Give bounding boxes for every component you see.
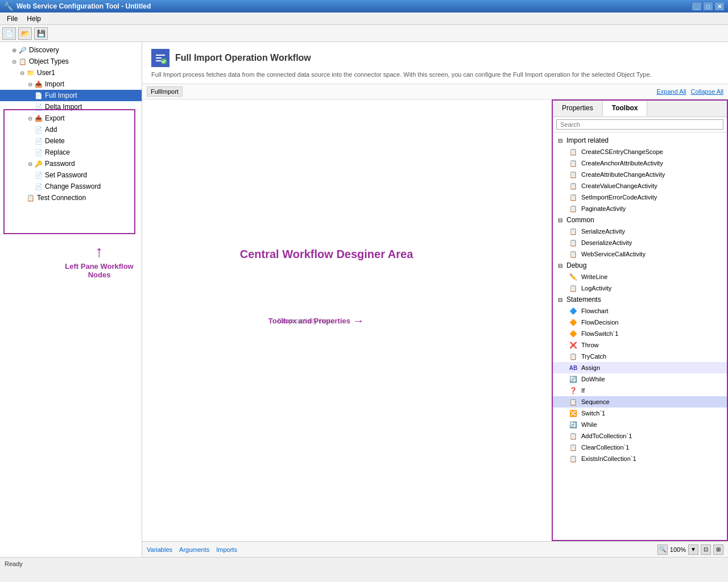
toolbox-item-createattr[interactable]: 📋 CreateAttributeChangeActivity: [553, 169, 727, 180]
menu-file[interactable]: File: [2, 14, 22, 24]
collapse-all[interactable]: Collapse All: [691, 88, 723, 95]
toolbox-item-sequence[interactable]: 📋 Sequence: [553, 396, 727, 408]
workflow-designer: FullImport Expand All Collapse All Centr…: [142, 84, 728, 557]
zoom-search-button[interactable]: 🔍: [657, 544, 668, 555]
app-title: Web Service Configuration Tool - Untitle…: [16, 2, 151, 10]
addcollection-icon: 📋: [569, 431, 578, 440]
zoom-full-button[interactable]: ⊞: [713, 544, 723, 555]
user1-icon: 📁: [26, 68, 35, 77]
switch-label: Switch`1: [581, 410, 605, 417]
group-debug[interactable]: ⊟ Debug: [553, 260, 727, 271]
drop-activity-text: Drop activity here: [277, 316, 334, 325]
toolbox-item-webservice[interactable]: 📋 WebServiceCallActivity: [553, 248, 727, 260]
group-import-related[interactable]: ⊟ Import related: [553, 135, 727, 146]
app-icon: 🔧: [3, 2, 13, 11]
tree-item-delete[interactable]: 📄 Delete: [0, 135, 142, 147]
central-workflow-label: Central Workflow Desginer Area: [240, 248, 413, 261]
tree-item-discovery[interactable]: ⊕ 🔎 Discovery: [0, 44, 142, 56]
tree-item-user1[interactable]: ⊖ 📁 User1: [0, 67, 142, 78]
designer-actions: Expand All Collapse All: [657, 88, 723, 95]
add-label: Add: [45, 126, 57, 134]
toolbox-item-clearcollection[interactable]: 📋 ClearCollection`1: [553, 442, 727, 453]
canvas-area[interactable]: Central Workflow Desginer Area Drop acti…: [142, 99, 552, 541]
toolbox-item-setimport[interactable]: 📋 SetImportErrorCodeActivity: [553, 192, 727, 203]
expander-password[interactable]: ⊖: [26, 160, 34, 168]
expander-export[interactable]: ⊖: [26, 114, 34, 122]
save-button[interactable]: 💾: [34, 27, 48, 40]
search-input[interactable]: [556, 119, 723, 130]
toolbox-item-flowswitch[interactable]: 🔶 FlowSwitch`1: [553, 328, 727, 339]
tree-item-full-import[interactable]: 📄 Full Import: [0, 90, 142, 101]
menu-help[interactable]: Help: [22, 14, 46, 24]
group-common[interactable]: ⊟ Common: [553, 214, 727, 226]
expander-discovery[interactable]: ⊕: [10, 46, 18, 54]
toolbox-item-createvalue[interactable]: 📋 CreateValueChangeActivity: [553, 180, 727, 192]
tree-item-delta-import[interactable]: 📄 Delta Import: [0, 101, 142, 113]
change-password-icon: 📄: [34, 182, 43, 191]
deserialize-icon: 📋: [569, 238, 578, 247]
tab-properties[interactable]: Properties: [553, 101, 603, 117]
tree-item-password[interactable]: ⊖ 🔑 Password: [0, 158, 142, 169]
toolbox-item-deserialize[interactable]: 📋 DeserializeActivity: [553, 237, 727, 248]
tree-item-test-connection[interactable]: 📋 Test Connection: [0, 192, 142, 203]
trycatch-label: TryCatch: [581, 353, 606, 360]
toolbox-item-createcs[interactable]: 📋 CreateCSEntryChangeScope: [553, 146, 727, 157]
toolbox-item-flowdecision[interactable]: 🔶 FlowDecision: [553, 317, 727, 328]
tree-item-replace[interactable]: 📄 Replace: [0, 147, 142, 158]
tree-item-object-types[interactable]: ⊖ 📋 Object Types: [0, 56, 142, 67]
throw-icon: ❌: [569, 340, 578, 350]
expand-all[interactable]: Expand All: [657, 88, 686, 95]
toolbox-item-existscollection[interactable]: 📋 ExistsInCollection`1: [553, 453, 727, 464]
import-icon: 📥: [34, 80, 43, 89]
tab-variables[interactable]: Variables: [147, 546, 172, 553]
tree-item-import[interactable]: ⊖ 📥 Import: [0, 78, 142, 90]
restore-button[interactable]: □: [703, 2, 713, 11]
export-label: Export: [45, 114, 65, 122]
tab-imports[interactable]: Imports: [216, 546, 237, 553]
tab-arguments[interactable]: Arguments: [179, 546, 209, 553]
delta-import-icon: 📄: [34, 102, 43, 111]
toolbox-item-createanchor[interactable]: 📋 CreateAnchorAttributeActivity: [553, 157, 727, 169]
tree-item-set-password[interactable]: 📄 Set Password: [0, 169, 142, 181]
toolbox-arrow-icon: →: [353, 314, 364, 327]
workflow-description: Full Import process fetches data from th…: [151, 70, 719, 79]
toolbox-item-serialize[interactable]: 📋 SerializeActivity: [553, 226, 727, 237]
toolbox-item-throw[interactable]: ❌ Throw: [553, 339, 727, 351]
set-password-label: Set Password: [45, 171, 87, 179]
tree-item-add[interactable]: 📄 Add: [0, 124, 142, 135]
expander-import[interactable]: ⊖: [26, 80, 34, 88]
toolbox-item-switch[interactable]: 🔀 Switch`1: [553, 408, 727, 419]
toolbox-item-paginate[interactable]: 📋 PaginateActivity: [553, 203, 727, 214]
zoom-level: 100%: [670, 546, 686, 553]
logactivity-label: LogActivity: [581, 285, 611, 292]
expander-user1[interactable]: ⊖: [18, 69, 26, 77]
throw-label: Throw: [581, 342, 599, 348]
tab-toolbox[interactable]: Toolbox: [603, 101, 648, 117]
tree-item-change-password[interactable]: 📄 Change Password: [0, 181, 142, 192]
toolbox-item-if[interactable]: ❓ If: [553, 385, 727, 396]
open-button[interactable]: 📂: [18, 27, 32, 40]
object-types-icon: 📋: [18, 57, 27, 66]
panel-search: [553, 117, 727, 132]
toolbox-item-dowhile[interactable]: 🔄 DoWhile: [553, 373, 727, 385]
close-button[interactable]: ✕: [714, 2, 725, 11]
toolbox-item-addcollection[interactable]: 📋 AddToCollection`1: [553, 430, 727, 442]
title-bar-controls[interactable]: _ □ ✕: [692, 2, 725, 11]
toolbox-item-while[interactable]: 🔄 While: [553, 419, 727, 430]
group-statements[interactable]: ⊟ Statements: [553, 294, 727, 305]
dowhile-icon: 🔄: [569, 375, 578, 384]
assign-label: Assign: [581, 364, 600, 371]
toolbox-item-writeline[interactable]: ✏️ WriteLine: [553, 271, 727, 282]
zoom-fit-button[interactable]: ⊡: [701, 544, 711, 555]
breadcrumb-fullimport[interactable]: FullImport: [147, 86, 183, 97]
minimize-button[interactable]: _: [692, 2, 702, 11]
toolbox-item-logactivity[interactable]: 📋 LogActivity: [553, 282, 727, 294]
zoom-down-button[interactable]: ▼: [688, 544, 698, 555]
toolbox-item-trycatch[interactable]: 📋 TryCatch: [553, 351, 727, 362]
expander-test: [18, 194, 26, 202]
tree-item-export[interactable]: ⊖ 📤 Export: [0, 113, 142, 124]
new-button[interactable]: 📄: [2, 27, 16, 40]
expander-object-types[interactable]: ⊖: [10, 57, 18, 65]
toolbox-item-flowchart[interactable]: 🔷 Flowchart: [553, 305, 727, 317]
toolbox-item-assign[interactable]: AB Assign: [553, 362, 727, 373]
